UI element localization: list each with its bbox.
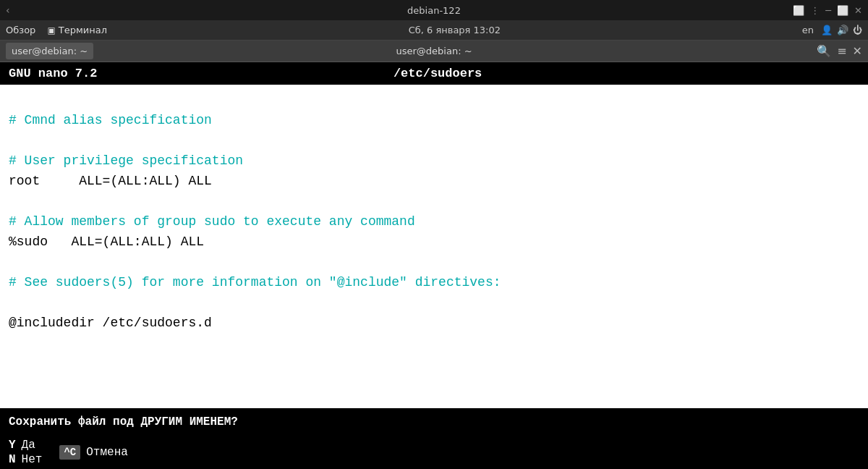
line-2: # Cmnd alias specification <box>9 111 859 131</box>
tab-label: user@debian: ~ <box>12 46 88 56</box>
title-bar-left: ‹ <box>6 4 10 16</box>
dialog-option-yes[interactable]: Y Да <box>9 439 42 452</box>
cancel-ctrl-key: ^C <box>59 445 80 460</box>
yes-label: Да <box>22 439 35 452</box>
line-9 <box>9 253 859 273</box>
hamburger-menu-icon[interactable]: ≡ <box>837 44 846 58</box>
menu-bar-right: en 👤 🔊 ⏻ <box>802 25 862 35</box>
line-7: # Allow members of group sudo to execute… <box>9 212 859 232</box>
dialog-option-cancel[interactable]: ^C Отмена <box>51 436 136 469</box>
line-10: # See sudoers(5) for more information on… <box>9 273 859 293</box>
minimize-icon[interactable]: ─ <box>825 5 831 16</box>
language-indicator[interactable]: en <box>802 25 814 35</box>
tab-bar-title: user@debian: ~ <box>396 46 472 56</box>
back-chevron-icon[interactable]: ‹ <box>6 4 10 16</box>
line-12: @includedir /etc/sudoers.d <box>9 313 859 334</box>
nano-content[interactable]: # Cmnd alias specification # User privil… <box>0 85 868 408</box>
cancel-label: Отмена <box>86 446 128 459</box>
status-icons: 👤 🔊 ⏻ <box>821 25 862 35</box>
close-icon[interactable]: ✕ <box>854 5 862 16</box>
yes-key: Y <box>9 439 16 452</box>
dialog-prompt-text: Сохранить файл под ДРУГИМ ИМЕНЕМ? <box>0 411 247 433</box>
menu-bar: Обзор ▣ Терминал Сб, 6 января 13:02 en 👤… <box>0 20 868 41</box>
nano-filename: /etc/sudoers <box>393 67 482 80</box>
overview-menu-item[interactable]: Обзор <box>6 25 35 35</box>
user-icon: 👤 <box>821 25 833 35</box>
terminal-tab[interactable]: user@debian: ~ <box>6 43 93 59</box>
tab-bar-actions: 🔍 ≡ ✕ <box>817 44 862 58</box>
maximize-icon[interactable]: ⬜ <box>837 5 848 16</box>
nano-version: GNU nano 7.2 <box>9 67 97 80</box>
line-5: root ALL=(ALL:ALL) ALL <box>9 172 859 192</box>
terminal-menu-item[interactable]: ▣ Терминал <box>47 25 107 35</box>
volume-icon: 🔊 <box>837 25 848 35</box>
nano-header: GNU nano 7.2 /etc/sudoers placeholder <box>0 62 868 85</box>
line-11 <box>9 293 859 313</box>
power-icon[interactable]: ⏻ <box>853 25 862 35</box>
title-bar: ‹ debian-122 ⬜ ⋮ ─ ⬜ ✕ <box>0 0 868 20</box>
dialog-options-left: Y Да N Нет <box>0 436 51 469</box>
restore-icon[interactable]: ⬜ <box>793 5 804 16</box>
line-6 <box>9 192 859 212</box>
no-label: Нет <box>22 453 43 466</box>
line-1 <box>9 90 859 111</box>
line-4: # User privilege specification <box>9 151 859 172</box>
dialog-prompt-row: Сохранить файл под ДРУГИМ ИМЕНЕМ? <box>0 408 868 436</box>
tab-bar: user@debian: ~ user@debian: ~ 🔍 ≡ ✕ <box>0 41 868 62</box>
dialog-options: Y Да N Нет ^C Отмена <box>0 436 868 469</box>
tab-close-icon[interactable]: ✕ <box>853 44 862 58</box>
line-8: %sudo ALL=(ALL:ALL) ALL <box>9 232 859 253</box>
overview-label: Обзор <box>6 25 35 35</box>
terminal-icon: ▣ <box>47 25 55 35</box>
menu-bar-left: Обзор ▣ Терминал <box>6 25 107 35</box>
menu-dots-icon[interactable]: ⋮ <box>810 5 820 16</box>
dialog-option-no[interactable]: N Нет <box>9 453 42 466</box>
terminal-label: Терминал <box>59 25 107 35</box>
menu-bar-datetime: Сб, 6 января 13:02 <box>409 25 501 35</box>
no-key: N <box>9 453 16 466</box>
line-3 <box>9 131 859 151</box>
window-title: debian-122 <box>407 5 461 16</box>
search-icon[interactable]: 🔍 <box>817 44 831 58</box>
nano-editor: GNU nano 7.2 /etc/sudoers placeholder # … <box>0 62 868 469</box>
nano-dialog: Сохранить файл под ДРУГИМ ИМЕНЕМ? Y Да N… <box>0 408 868 469</box>
title-bar-controls: ⬜ ⋮ ─ ⬜ ✕ <box>793 5 862 16</box>
